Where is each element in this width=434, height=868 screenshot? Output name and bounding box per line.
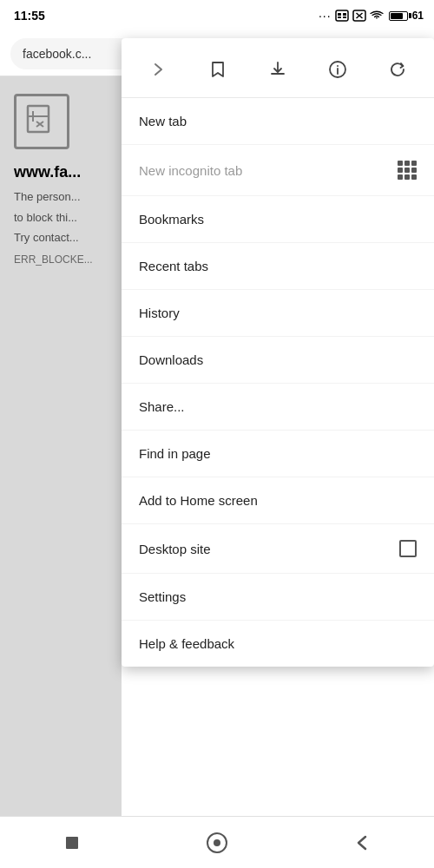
svg-point-15 xyxy=(337,65,339,67)
menu-item-label-history: History xyxy=(139,306,180,320)
download-button[interactable] xyxy=(259,50,297,89)
menu-item-recent-tabs[interactable]: Recent tabs xyxy=(122,243,434,290)
dots-icon: ··· xyxy=(319,9,332,23)
overlay-dim xyxy=(0,76,122,816)
menu-item-find-in-page[interactable]: Find in page xyxy=(122,431,434,477)
menu-item-label-new-incognito-tab: New incognito tab xyxy=(139,163,242,178)
menu-item-settings[interactable]: Settings xyxy=(122,574,434,621)
desktop-site-checkbox[interactable] xyxy=(399,540,417,557)
menu-item-add-to-home[interactable]: Add to Home screen xyxy=(122,477,434,524)
back-button[interactable] xyxy=(338,819,386,867)
menu-item-desktop-site[interactable]: Desktop site xyxy=(122,524,434,574)
forward-button[interactable] xyxy=(139,50,177,89)
svg-rect-1 xyxy=(338,13,341,16)
wifi-icon xyxy=(370,10,384,22)
status-time: 11:55 xyxy=(14,9,45,23)
menu-item-label-recent-tabs: Recent tabs xyxy=(139,259,208,273)
menu-item-label-settings: Settings xyxy=(139,589,186,604)
dropdown-menu: New tabNew incognito tabBookmarksRecent … xyxy=(122,38,434,667)
battery-icon xyxy=(389,11,408,21)
menu-item-label-add-to-home: Add to Home screen xyxy=(139,493,258,508)
menu-item-bookmarks[interactable]: Bookmarks xyxy=(122,196,434,243)
grid-icon xyxy=(398,161,417,180)
bottom-nav xyxy=(0,816,434,868)
refresh-button[interactable] xyxy=(378,50,417,89)
status-icons: ··· 61 xyxy=(319,9,424,23)
menu-item-share[interactable]: Share... xyxy=(122,384,434,431)
menu-item-downloads[interactable]: Downloads xyxy=(122,337,434,384)
url-text: facebook.c... xyxy=(23,47,91,61)
menu-item-label-help-feedback: Help & feedback xyxy=(139,636,234,651)
menu-item-label-downloads: Downloads xyxy=(139,352,203,367)
svg-rect-16 xyxy=(66,837,78,849)
svg-rect-2 xyxy=(343,13,346,16)
menu-items: New tabNew incognito tabBookmarksRecent … xyxy=(122,98,434,667)
menu-item-label-find-in-page: Find in page xyxy=(139,446,211,461)
menu-toolbar xyxy=(122,38,434,98)
svg-point-18 xyxy=(214,839,220,846)
bookmark-button[interactable] xyxy=(199,50,237,89)
battery-percent: 61 xyxy=(412,10,424,22)
svg-rect-0 xyxy=(336,10,348,21)
sim-icon xyxy=(335,10,349,22)
menu-item-history[interactable]: History xyxy=(122,290,434,337)
stop-button[interactable] xyxy=(48,819,96,867)
menu-item-new-tab[interactable]: New tab xyxy=(122,98,434,145)
menu-item-help-feedback[interactable]: Help & feedback xyxy=(122,621,434,667)
status-bar: 11:55 ··· 61 xyxy=(0,0,434,31)
x-icon xyxy=(352,10,366,22)
svg-rect-3 xyxy=(338,16,341,18)
home-button[interactable] xyxy=(193,819,241,867)
menu-item-label-new-tab: New tab xyxy=(139,114,187,128)
menu-item-new-incognito-tab[interactable]: New incognito tab xyxy=(122,145,434,196)
menu-item-label-share: Share... xyxy=(139,399,185,414)
menu-item-label-bookmarks: Bookmarks xyxy=(139,212,204,227)
info-button[interactable] xyxy=(319,50,357,89)
svg-rect-4 xyxy=(343,16,346,18)
menu-item-label-desktop-site: Desktop site xyxy=(139,542,211,556)
